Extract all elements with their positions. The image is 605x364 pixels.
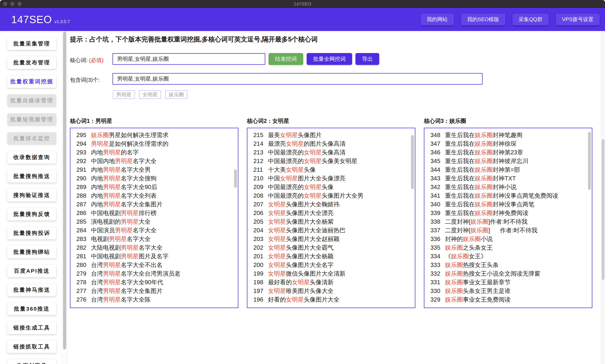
keyword-item[interactable]: 341重生后我在娱乐圈封神没事点两笔免费阅读 bbox=[424, 191, 592, 200]
keyword-item[interactable]: 280台湾男明星名字大全不出名 bbox=[70, 261, 238, 269]
keyword-item[interactable]: 288内地男明星名字大全列表 bbox=[70, 191, 238, 200]
sidebar-item-batch-sogou-complaint[interactable]: 批量搜狗投诉 bbox=[7, 227, 56, 239]
sidebar-item-batch-sogou-bind-site[interactable]: 批量搜狗绑站 bbox=[7, 246, 56, 258]
sidebar-item-pseudo-original-tool[interactable]: 伪原创工具 bbox=[7, 360, 56, 364]
sidebar-item-batch-shenma-push[interactable]: 批量神马推送 bbox=[7, 284, 56, 296]
keyword-item[interactable]: 276台湾男明星名字大全陈 bbox=[70, 295, 238, 304]
keyword-item[interactable]: 290内地男明星名字大全搜狗 bbox=[70, 174, 238, 183]
keyword-item[interactable]: 294男明星是如何解决生理需求的 bbox=[70, 139, 238, 148]
keyword-item[interactable]: 279台湾男明星名字大全台湾男演员老 bbox=[70, 269, 238, 278]
export-button[interactable]: 导出 bbox=[356, 53, 379, 65]
keyword-item[interactable]: 335娱乐圈之头条女王 bbox=[424, 243, 592, 252]
keyword-item[interactable]: 329娱乐圈事业女王免费阅读 bbox=[424, 295, 592, 304]
keyword-item[interactable]: 213中国最漂亮的女明星头像高清 bbox=[248, 148, 415, 157]
core-keyword-input[interactable] bbox=[112, 53, 265, 65]
sidebar-scrollbar-track[interactable] bbox=[62, 31, 67, 364]
keyword-item[interactable]: 293内地男明星的名字 bbox=[70, 148, 238, 157]
keyword-item[interactable]: 346重生后我在娱乐圈封神第23章 bbox=[424, 148, 592, 157]
keyword-item[interactable]: 338二度封神[娱乐圈]作者:时不待我 bbox=[424, 217, 592, 226]
keyword-item[interactable]: 291内地男明星名字大全男 bbox=[70, 165, 238, 174]
nav-qq-group[interactable]: 采集QQ群 bbox=[512, 14, 549, 25]
sidebar-item-batch-sogou-feedback[interactable]: 批量搜狗反馈 bbox=[7, 208, 56, 221]
keyword-item[interactable]: 282大陆电视剧男明星名字大全 bbox=[70, 243, 238, 252]
keyword-item[interactable]: 340重生后我在娱乐圈封神没事点两笔 bbox=[424, 200, 592, 209]
keyword-list-2-scrollbar-thumb[interactable] bbox=[411, 135, 414, 189]
keyword-item[interactable]: 212中国最漂亮的女明星头像美女明星 bbox=[248, 157, 415, 165]
sidebar-item-sogou-verify-push[interactable]: 搜狗验证推送 bbox=[7, 189, 56, 201]
keyword-item[interactable]: 285演电视剧的男明星大全 bbox=[70, 217, 238, 226]
keyword-text: 中国女明星图片大全头像漂亮 bbox=[268, 174, 345, 182]
keyword-item[interactable]: 342重生后我在娱乐圈封神小说 bbox=[424, 183, 592, 191]
keyword-item[interactable]: 345重生后我在娱乐圈封神彼岸忘川 bbox=[424, 157, 592, 165]
keyword-rank: 293 bbox=[76, 149, 88, 156]
sidebar-item-link-generate-tool[interactable]: 链接生成工具 bbox=[7, 322, 56, 334]
window-scrollbar-thumb[interactable] bbox=[602, 139, 605, 280]
sidebar-item-baidu-api-push[interactable]: 百度API推送 bbox=[7, 265, 56, 277]
keyword-item[interactable]: 208中国最漂亮的女明星头像图片大全男 bbox=[248, 191, 415, 200]
sidebar-item-batch-360-push[interactable]: 批量360推送 bbox=[7, 303, 56, 315]
sidebar-item-batch-publish-manage[interactable]: 批量发布管理 bbox=[7, 56, 56, 69]
keyword-item[interactable]: 334《娱乐圈女王》 bbox=[424, 252, 592, 261]
keyword-item[interactable]: 344重生后我在娱乐圈封神第=部 bbox=[424, 165, 592, 174]
keyword-item[interactable]: 339重生后我在娱乐圈封神免费阅读 bbox=[424, 209, 592, 217]
keyword-item[interactable]: 204女明星头像图片大全迪丽热巴 bbox=[248, 226, 415, 235]
keyword-item[interactable]: 277台湾男明星名字大全集图片 bbox=[70, 287, 238, 295]
stop-mining-button[interactable]: 结束挖词 bbox=[269, 53, 303, 65]
keyword-list-2-scrollbar-track[interactable] bbox=[410, 128, 415, 308]
keyword-item[interactable]: 333娱乐圈热搜女王头条 bbox=[424, 261, 592, 269]
tag-keyword-2[interactable]: 女明星 bbox=[139, 90, 161, 99]
keyword-item[interactable]: 284中国演员男明星名字大全 bbox=[70, 226, 238, 235]
keyword-item[interactable]: 198最好看的女明星头像清新 bbox=[248, 278, 415, 287]
keyword-item[interactable]: 289内地男明星名字大全90后 bbox=[70, 183, 238, 191]
sidebar-item-batch-collect-manage[interactable]: 批量采集管理 bbox=[7, 38, 56, 50]
keyword-item[interactable]: 200女明星头像图片大全名字 bbox=[248, 261, 415, 269]
keyword-item[interactable]: 331娱乐圈事业女王最新章节 bbox=[424, 278, 592, 287]
tag-keyword-1[interactable]: 男明星 bbox=[113, 90, 135, 99]
sidebar-scrollbar-thumb[interactable] bbox=[63, 32, 66, 349]
batch-network-mining-button[interactable]: 批量全网挖词 bbox=[307, 53, 352, 65]
keyword-item[interactable]: 215最美女明星头像图片 bbox=[248, 131, 415, 139]
keyword-item[interactable]: 201女明星头像图片大全杨颖 bbox=[248, 252, 415, 261]
keyword-item[interactable]: 347重生后我在娱乐圈封神徐琛 bbox=[424, 139, 592, 148]
keyword-item[interactable]: 202女明星头像图片大全霸气 bbox=[248, 243, 415, 252]
nav-my-website[interactable]: 我的网站 bbox=[421, 14, 454, 25]
keyword-item[interactable]: 287内地男明星名字大全集图片 bbox=[70, 200, 238, 209]
keyword-item[interactable]: 332娱乐圈热搜女王小说全文阅读无弹窗 bbox=[424, 269, 592, 278]
nav-vps-dial-settings[interactable]: VPS拨号设置 bbox=[556, 14, 600, 25]
sidebar-item-link-grab-tool[interactable]: 链接抓取工具 bbox=[7, 340, 56, 353]
keyword-item[interactable]: 283电视剧男明星名字大全 bbox=[70, 235, 238, 243]
keyword-item[interactable]: 197女明星唯美图片头像大全 bbox=[248, 287, 415, 295]
keyword-rank: 284 bbox=[76, 227, 88, 234]
sidebar-item-batch-sogou-push[interactable]: 批量搜狗推送 bbox=[7, 170, 56, 182]
keyword-item[interactable]: 336封神的娱乐圈小说 bbox=[424, 235, 592, 243]
keyword-item[interactable]: 286中国电视剧男明星排行榜 bbox=[70, 209, 238, 217]
keyword-list-1-scrollbar-track[interactable] bbox=[233, 128, 238, 308]
keyword-list-3-scrollbar-thumb[interactable] bbox=[588, 132, 591, 190]
keyword-item[interactable]: 343重生后我在娱乐圈封神TXT bbox=[424, 174, 592, 183]
keyword-item[interactable]: 207女明星头像图片大全鞠婧祎 bbox=[248, 200, 415, 209]
keyword-item[interactable]: 206女明星头像图片大全漂亮 bbox=[248, 209, 415, 217]
keyword-item[interactable]: 199女明星微信头像图片大全清新 bbox=[248, 269, 415, 278]
keyword-item[interactable]: 203女明星头像图片大全赵丽颖 bbox=[248, 235, 415, 243]
keyword-item[interactable]: 211十大美女明星头像 bbox=[248, 165, 415, 174]
window-scrollbar-track[interactable] bbox=[601, 31, 605, 364]
keyword-item[interactable]: 348重生后我在娱乐圈封神笔趣阁 bbox=[424, 131, 592, 139]
keyword-item[interactable]: 214最漂亮女明星的图片头像高清 bbox=[248, 139, 415, 148]
keyword-item[interactable]: 196好看的女明星头像图片大全 bbox=[248, 295, 415, 304]
keyword-item[interactable]: 281中国电视剧男明星图片及名字 bbox=[70, 252, 238, 261]
keyword-item[interactable]: 278台湾男明星名字大全90年代 bbox=[70, 278, 238, 287]
keyword-item[interactable]: 295娱乐圈男星如何解决生理需求 bbox=[70, 131, 238, 139]
keyword-item[interactable]: 209中国最漂亮的女明星头像 bbox=[248, 183, 415, 191]
nav-my-seo-template[interactable]: 我的SEO模版 bbox=[461, 14, 505, 25]
sidebar-item-batch-weight-word-mining[interactable]: 批量权重词挖掘 bbox=[7, 75, 56, 88]
keyword-list-3-scrollbar-track[interactable] bbox=[587, 128, 592, 308]
include-words-input[interactable] bbox=[112, 73, 482, 85]
keyword-item[interactable]: 337二度封神[娱乐圈] 作者:时不待我 bbox=[424, 226, 592, 235]
keyword-item[interactable]: 330娱乐圈头条女王男主是谁 bbox=[424, 287, 592, 295]
sidebar-item-index-data-query[interactable]: 收录数据查询 bbox=[7, 151, 56, 164]
keyword-item[interactable]: 205女明星头像图片大全杨紫 bbox=[248, 217, 415, 226]
tag-keyword-3[interactable]: 娱乐圈 bbox=[165, 90, 187, 99]
keyword-item[interactable]: 210中国女明星图片大全头像漂亮 bbox=[248, 174, 415, 183]
keyword-item[interactable]: 292中国内地男明星名字大全 bbox=[70, 157, 238, 165]
keyword-list-1-scrollbar-thumb[interactable] bbox=[234, 169, 237, 188]
